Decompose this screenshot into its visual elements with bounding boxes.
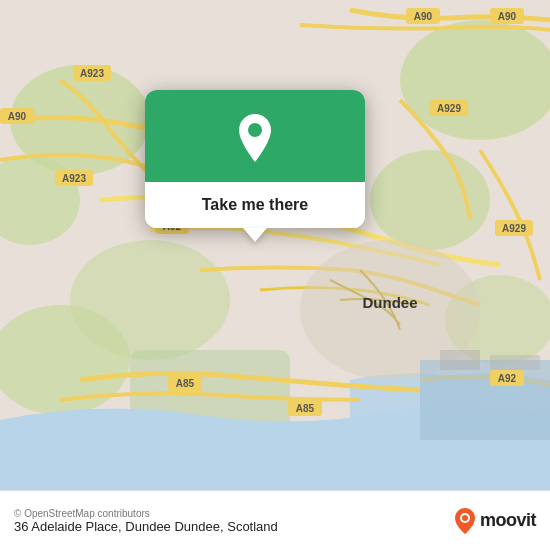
popup-header xyxy=(145,90,365,182)
svg-rect-11 xyxy=(440,350,480,370)
location-pin-icon xyxy=(234,112,276,164)
svg-text:A923: A923 xyxy=(80,68,104,79)
svg-text:A85: A85 xyxy=(296,403,315,414)
svg-point-36 xyxy=(248,123,262,137)
svg-rect-10 xyxy=(420,360,550,440)
moovit-brand-name: moovit xyxy=(480,510,536,531)
svg-text:A90: A90 xyxy=(414,11,433,22)
map-background: A90 A90 A90 A923 A923 A92 A929 A929 A85 … xyxy=(0,0,550,490)
map-attribution: © OpenStreetMap contributors xyxy=(14,508,454,519)
svg-text:Dundee: Dundee xyxy=(362,294,417,311)
address-text: 36 Adelaide Place, Dundee Dundee, Scotla… xyxy=(14,519,454,534)
svg-point-38 xyxy=(462,515,468,521)
svg-text:A92: A92 xyxy=(498,373,517,384)
svg-text:A929: A929 xyxy=(437,103,461,114)
svg-text:A85: A85 xyxy=(176,378,195,389)
map-container: A90 A90 A90 A923 A923 A92 A929 A929 A85 … xyxy=(0,0,550,490)
svg-rect-12 xyxy=(490,355,540,370)
svg-text:A90: A90 xyxy=(498,11,517,22)
svg-text:A923: A923 xyxy=(62,173,86,184)
bottom-bar: © OpenStreetMap contributors 36 Adelaide… xyxy=(0,490,550,550)
svg-point-4 xyxy=(370,150,490,250)
moovit-pin-icon xyxy=(454,507,476,535)
take-me-there-button[interactable]: Take me there xyxy=(145,182,365,228)
svg-text:A90: A90 xyxy=(8,111,27,122)
moovit-logo: moovit xyxy=(454,507,536,535)
svg-text:A929: A929 xyxy=(502,223,526,234)
location-popup: Take me there xyxy=(145,90,365,228)
bottom-content: © OpenStreetMap contributors 36 Adelaide… xyxy=(14,508,454,534)
